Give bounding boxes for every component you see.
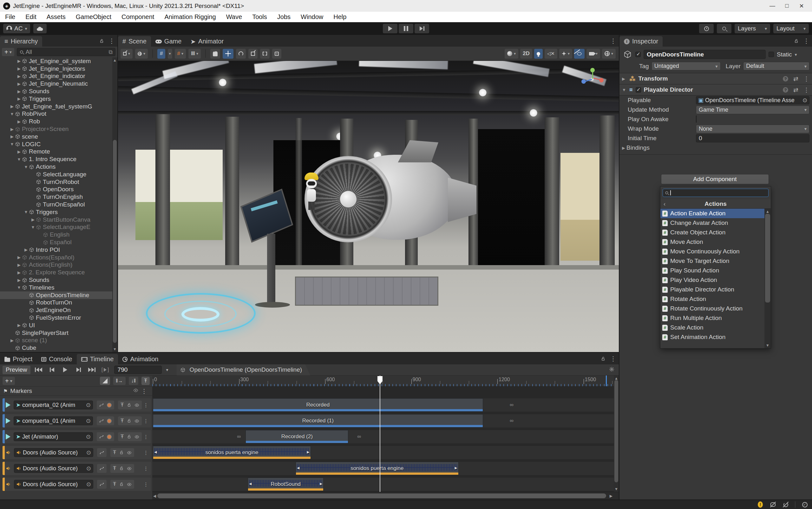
grid-snap-toggle[interactable]: # [157, 49, 165, 59]
component-list-scrollbar[interactable]: ▲▼ [765, 209, 771, 348]
timeline-play-button[interactable] [59, 366, 72, 374]
pin-icon[interactable]: Ŧ [113, 449, 116, 456]
curves-icon[interactable] [99, 435, 104, 439]
menu-help[interactable]: Help [328, 13, 351, 21]
auto-refresh-disabled-icon[interactable] [782, 501, 789, 508]
foldout-arrow-icon[interactable]: ▶ [16, 149, 22, 154]
track-curves-record-group[interactable] [97, 480, 107, 489]
hierarchy-item-jetengineon[interactable]: JetEngineOn [0, 306, 112, 314]
hierarchy-item-singleplayerstart[interactable]: SinglePlayerStart [0, 329, 112, 337]
filter-icon[interactable]: ⧉ [108, 49, 112, 56]
play-button[interactable] [383, 24, 398, 33]
maximize-button[interactable]: □ [780, 3, 794, 9]
foldout-arrow-icon[interactable]: ▶ [16, 81, 22, 86]
checkbox-field[interactable] [696, 115, 697, 123]
record-button[interactable] [107, 435, 112, 439]
object-picker-icon[interactable]: ⊙ [86, 449, 91, 456]
hierarchy-item-espa-ol[interactable]: Español [0, 238, 112, 246]
hierarchy-item-scene[interactable]: ▶scene [0, 133, 112, 140]
hierarchy-item-startbuttoncanva[interactable]: ▶StartButtonCanva [0, 216, 112, 224]
scroll-down-icon[interactable]: ▼ [614, 487, 619, 491]
transform-component-header[interactable]: ▶ ⁂ Transform ? ⇄ ⋮ [619, 73, 812, 84]
track-curves-record-group[interactable] [97, 401, 114, 409]
foldout-arrow-icon[interactable]: ▼ [622, 88, 627, 92]
hand-tool[interactable] [210, 49, 220, 59]
menu-wave[interactable]: Wave [221, 13, 247, 21]
hierarchy-item-2-explore-sequence[interactable]: ▶2. Explore Sequence [0, 269, 112, 276]
tab-hierarchy[interactable]: ≡ Hierarchy [0, 36, 42, 46]
gizmo-x-axis[interactable] [599, 78, 604, 82]
clip-robotsound[interactable]: RobotSound▶◀ [248, 478, 324, 491]
kebab-menu-icon[interactable]: ⋮ [610, 355, 616, 363]
visibility-toggle[interactable] [574, 49, 584, 59]
hierarchy-item-english[interactable]: English [0, 231, 112, 238]
hierarchy-item-intro-poi[interactable]: ▶Intro POI [0, 246, 112, 254]
lock-icon[interactable] [127, 403, 131, 407]
track-toggle-group[interactable]: Ŧ [110, 448, 134, 457]
lock-icon[interactable] [127, 435, 131, 439]
object-picker-icon[interactable]: ⊙ [86, 465, 91, 472]
back-chevron-icon[interactable]: ‹ [664, 200, 666, 207]
static-dropdown-icon[interactable]: ▾ [795, 52, 797, 57]
object-picker-icon[interactable]: ⊙ [86, 417, 91, 424]
2d-toggle[interactable]: 2D [520, 49, 532, 59]
kebab-menu-icon[interactable]: ⋮ [141, 387, 147, 395]
layout-dropdown[interactable]: Layout▾ [773, 24, 809, 33]
kebab-menu-icon[interactable]: ⋮ [143, 434, 148, 440]
tab-console[interactable]: Console [37, 354, 76, 364]
frame-unit-dropdown[interactable]: ▾ [166, 367, 168, 372]
track-binding-field[interactable]: ➤compuerta_02 (Anim⊙ [14, 401, 93, 409]
kebab-menu-icon[interactable]: ⋮ [143, 402, 148, 408]
foldout-arrow-icon[interactable]: ▶ [16, 96, 22, 101]
track-header-doors-audio-source-[interactable]: Doors (Audio Source)⊙Ŧ⋮ [3, 462, 151, 475]
tab-animation[interactable]: Animation [118, 354, 163, 364]
scroll-left-icon[interactable]: ◀ [153, 494, 156, 498]
unit-snap-dropdown[interactable]: ‖‖▾ [189, 49, 201, 59]
foldout-arrow-icon[interactable]: ▼ [23, 210, 29, 214]
track-toggle-group[interactable]: Ŧ [118, 416, 142, 425]
object-picker-icon[interactable]: ⊙ [86, 402, 91, 408]
menu-window[interactable]: Window [296, 13, 328, 21]
pause-button[interactable] [399, 24, 413, 33]
cache-server-disabled-icon[interactable] [770, 501, 776, 508]
rotate-tool[interactable] [236, 49, 246, 59]
hierarchy-item-triggers[interactable]: ▶Triggers [0, 95, 112, 103]
foldout-arrow-icon[interactable]: ▶ [16, 263, 22, 267]
timeline-clips-area[interactable]: 030060090012001500 Recorded∞Recorded (1)… [152, 375, 619, 500]
scroll-down-icon[interactable]: ▼ [112, 347, 117, 351]
kebab-menu-icon[interactable]: ⋮ [143, 481, 148, 487]
increment-snap-toggle[interactable]: #▾ [175, 49, 186, 59]
help-icon[interactable]: ? [783, 76, 788, 81]
component-option-create-object-action[interactable]: #Create Object Action [661, 228, 771, 237]
foldout-arrow-icon[interactable]: ▶ [16, 119, 22, 124]
gizmos-dropdown[interactable]: ▾ [602, 49, 616, 59]
track-binding-field[interactable]: Doors (Audio Source)⊙ [14, 464, 93, 473]
kebab-menu-icon[interactable]: ⋮ [610, 37, 616, 45]
foldout-arrow-icon[interactable]: ▼ [16, 285, 22, 290]
track-toggle-group[interactable]: Ŧ [110, 464, 134, 473]
timeline-horizontal-scrollbar[interactable]: ◀ ▶ [152, 492, 619, 500]
curves-icon[interactable] [100, 466, 104, 471]
hierarchy-search-input[interactable]: All ⧉ [17, 48, 115, 56]
help-icon[interactable]: ? [783, 87, 788, 93]
kebab-menu-icon[interactable]: ⋮ [143, 466, 148, 472]
component-option-move-to-target-action[interactable]: #Move To Target Action [661, 256, 771, 266]
foldout-arrow-icon[interactable]: ▶ [23, 247, 29, 252]
hierarchy-item-jet-engine-injectors[interactable]: ▶Jet_Engine_Injectors [0, 65, 112, 73]
component-option-set-animation-action[interactable]: #Set Animation Action [661, 332, 771, 342]
lighting-toggle[interactable] [534, 49, 543, 59]
foldout-arrow-icon[interactable]: ▶ [622, 76, 627, 81]
track-toggle-group[interactable]: Ŧ [118, 401, 142, 409]
pivot-toggle[interactable]: ▾ [121, 49, 133, 59]
track-binding-field[interactable]: Doors (Audio Source)⊙ [14, 448, 93, 457]
foldout-arrow-icon[interactable]: ▶ [16, 323, 22, 328]
search-button[interactable] [717, 24, 732, 33]
dropdown-field[interactable]: None▾ [696, 125, 809, 133]
track-header-doors-audio-source-[interactable]: Doors (Audio Source)⊙Ŧ⋮ [3, 478, 151, 491]
rect-tool[interactable] [260, 49, 270, 59]
foldout-arrow-icon[interactable]: ▶ [16, 270, 22, 275]
pin-icon[interactable]: Ŧ [121, 402, 124, 408]
tag-dropdown[interactable]: Untagged▾ [651, 62, 721, 70]
orientation-gizmo[interactable] [581, 68, 603, 90]
foldout-arrow-icon[interactable]: ▶ [16, 59, 22, 63]
